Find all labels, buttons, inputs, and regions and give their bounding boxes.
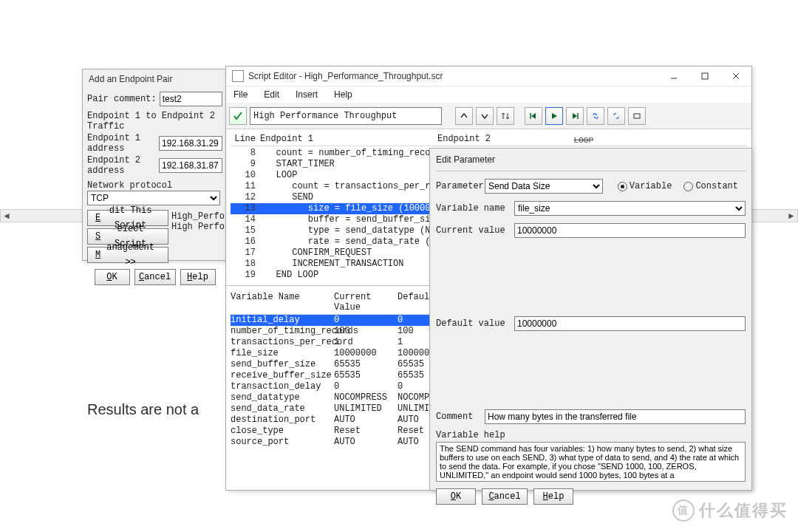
variable-name-select[interactable]: file_size [514,201,746,216]
minimize-icon[interactable] [658,66,689,86]
pair-comment-label: Pair comment: [87,94,157,104]
link-icon[interactable] [587,107,604,125]
watermark: 值 什么值得买 [672,499,788,522]
close-icon[interactable] [720,66,751,86]
edit-parameter-title: Edit Parameter [436,154,746,165]
watermark-text: 什么值得买 [699,499,788,522]
scroll-right-icon[interactable]: ► [785,211,797,221]
step-forward-icon[interactable] [566,107,584,125]
script-name-field[interactable]: High Performance Throughput [250,107,442,125]
variable-help-text[interactable] [436,442,746,482]
endpoint1-label: Endpoint 1 address [87,133,156,154]
pair-comment-input[interactable] [160,92,222,106]
current-value-input[interactable] [514,223,746,238]
svg-marker-6 [552,113,557,119]
endpoint1-input[interactable] [159,136,222,151]
menu-insert[interactable]: Insert [293,89,321,100]
current-value-label: Current value [436,225,510,236]
network-protocol-label: Network protocol [87,180,222,191]
param-help-button[interactable]: Help [533,488,573,505]
vcol-cur: Current Value [334,292,398,313]
app-icon [232,70,244,82]
comment-label: Comment [436,412,480,422]
window-title: Add an Endpoint Pair [89,69,221,89]
script-columns-header: Line Endpoint 1 Endpoint 2 [231,132,747,146]
endpoint2-input[interactable] [159,158,222,173]
unlink-icon[interactable] [607,107,625,125]
management-button[interactable]: Management >> [87,247,168,263]
down-icon[interactable] [476,107,494,125]
col-endpoint2-loop: LOOP [574,136,593,145]
svg-rect-9 [634,114,640,118]
svg-rect-1 [702,73,708,79]
titlebar[interactable]: Add an Endpoint Pair [83,69,227,89]
traffic-group-label: Endpoint 1 to Endpoint 2 Traffic [87,111,222,132]
help-button[interactable]: Help [180,269,216,285]
swap-icon[interactable] [497,107,514,125]
ok-button[interactable]: OK [95,269,130,285]
menu-file[interactable]: File [231,89,250,100]
play-icon[interactable] [545,107,563,125]
svg-marker-4 [531,113,536,119]
background-results-text: Results are not a [87,401,199,418]
col-endpoint2: Endpoint 2 [437,134,491,144]
add-endpoint-pair-window: Add an Endpoint Pair Pair comment: Endpo… [82,69,228,261]
variable-radio[interactable]: Variable [618,181,672,191]
param-ok-button[interactable]: OK [436,488,476,505]
menu-help[interactable]: Help [331,89,355,100]
col-line: Line [231,134,260,144]
scroll-left-icon[interactable]: ◄ [1,211,13,221]
comment-input[interactable] [485,409,746,424]
parameter-select[interactable]: Send Data Size [485,179,603,194]
vcol-name: Variable Name [231,292,334,313]
maximize-icon[interactable] [689,66,720,86]
menubar: File Edit Insert Help [226,86,751,103]
variable-help-label: Variable help [436,430,746,440]
parameter-label: Parameter [436,181,480,191]
toolbar: High Performance Throughput [226,103,751,129]
default-value-label: Default value [436,318,510,329]
svg-marker-7 [573,113,577,119]
check-icon[interactable] [229,107,247,125]
cancel-button[interactable]: Cancel [134,269,176,285]
menu-edit[interactable]: Edit [261,89,282,100]
default-value-input[interactable] [514,316,746,331]
col-endpoint1: Endpoint 1 [260,134,437,144]
watermark-icon: 值 [672,499,695,522]
variable-name-label: Variable name [436,203,510,214]
up-icon[interactable] [455,107,473,125]
editor-titlebar[interactable]: Script Editor - High_Performance_Through… [226,66,751,86]
frame-icon[interactable] [628,107,646,125]
param-cancel-button[interactable]: Cancel [482,488,528,505]
edit-parameter-panel: Edit Parameter Parameter Send Data Size … [429,148,752,491]
step-back-icon[interactable] [525,107,542,125]
constant-radio[interactable]: Constant [683,181,738,191]
endpoint2-label: Endpoint 2 address [87,155,156,176]
